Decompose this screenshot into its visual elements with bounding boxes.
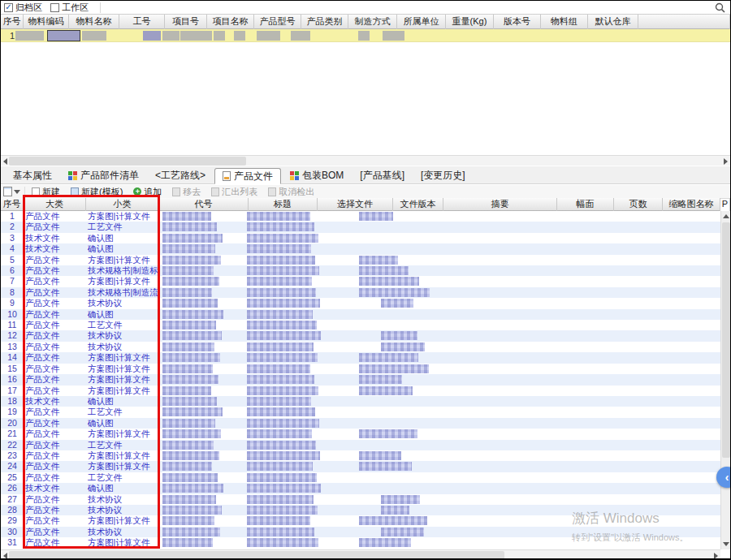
column-header[interactable]: 小类 <box>86 198 159 211</box>
table-row[interactable]: 3技术文件确认图 <box>1 233 720 243</box>
minor-class-cell: 工艺文件 <box>86 222 159 232</box>
table-row[interactable]: 10产品文件确认图 <box>1 309 720 320</box>
column-header[interactable]: 缩略图名称 <box>663 198 720 211</box>
table-row[interactable]: 28产品文件技术协议 <box>1 505 720 515</box>
toolbar-button-3[interactable]: +追加 <box>129 185 166 198</box>
work-area-checkbox[interactable]: 工作区 <box>50 2 89 14</box>
scroll-up-icon[interactable] <box>723 214 729 218</box>
top-table-horizontal-scrollbar[interactable] <box>1 155 730 166</box>
table-row[interactable]: 7产品文件方案图|计算文件 <box>1 276 720 286</box>
table-row[interactable]: 8产品文件技术规格书|制造流... <box>1 287 720 298</box>
column-header[interactable]: 产品型号 <box>254 15 301 29</box>
work-area-label: 工作区 <box>62 2 89 14</box>
scrollbar-thumb[interactable] <box>722 222 730 458</box>
table-row[interactable]: 1产品文件方案图|计算文件 <box>1 211 720 222</box>
column-header[interactable]: 代号 <box>159 198 249 211</box>
column-header[interactable]: 页数 <box>614 198 663 211</box>
table-row[interactable]: 12产品文件技术协议 <box>1 330 720 341</box>
column-header[interactable]: 制造方式 <box>348 15 397 29</box>
tab-5[interactable]: 包装BOM <box>283 167 351 183</box>
table-row[interactable]: 21产品文件方案图|计算文件 <box>1 429 720 439</box>
column-header[interactable]: 标题 <box>249 198 318 211</box>
table-row[interactable]: 19产品文件工艺文件 <box>1 407 720 417</box>
tab-6[interactable]: [产品基线] <box>353 167 412 183</box>
redacted-cell-value <box>247 321 317 330</box>
column-header[interactable]: 物料组 <box>541 15 588 29</box>
table-row[interactable]: 2产品文件工艺文件 <box>1 222 720 232</box>
view-mode-dropdown[interactable] <box>3 187 20 196</box>
scroll-right-icon[interactable] <box>724 158 728 165</box>
table-row[interactable]: 23产品文件方案图|计算文件 <box>1 450 720 461</box>
column-header[interactable]: 工号 <box>119 15 165 29</box>
files-table-vertical-scrollbar[interactable] <box>720 211 730 549</box>
checkbox-checked-icon[interactable]: ✓ <box>4 3 13 12</box>
row-number: 1 <box>1 211 24 222</box>
scroll-left-icon[interactable] <box>3 158 7 165</box>
redacted-cell-value <box>247 397 311 406</box>
scroll-left-icon[interactable] <box>3 553 7 559</box>
toolbar-button-5: 汇出列表 <box>207 185 262 198</box>
column-header[interactable]: 版本号 <box>494 15 541 29</box>
table-row[interactable]: 17产品文件方案图|计算文件 <box>1 386 720 396</box>
column-header[interactable]: 文件版本 <box>393 198 443 211</box>
column-header[interactable]: 物料编码 <box>24 15 69 29</box>
toolbar-button-1[interactable]: 新建 <box>28 185 64 198</box>
table-row[interactable]: 11产品文件工艺文件 <box>1 320 720 330</box>
tab-1[interactable]: 基本属性 <box>6 167 59 183</box>
column-header[interactable]: 项目名称 <box>207 15 254 29</box>
table-row[interactable]: 5产品文件方案图|计算文件 <box>1 255 720 265</box>
table-row[interactable]: 24产品文件方案图|计算文件 <box>1 461 720 472</box>
table-row[interactable]: 20产品文件确认图 <box>1 418 720 429</box>
scrollbar-thumb[interactable] <box>9 157 246 166</box>
table-row[interactable]: 31产品文件方案图|计算文件 <box>1 537 720 548</box>
table-row[interactable]: 9产品文件技术协议 <box>1 298 720 308</box>
table-row[interactable]: 18技术文件确认图 <box>1 396 720 407</box>
column-header[interactable]: 摘要 <box>443 198 557 211</box>
column-header[interactable]: 重量(Kg) <box>446 15 494 29</box>
table-row[interactable]: 6产品文件技术规格书|制造标... <box>1 265 720 276</box>
table-row[interactable]: 30产品文件技术协议 <box>1 527 720 537</box>
table-row[interactable]: 13产品文件技术协议 <box>1 342 720 352</box>
column-header[interactable]: 大类 <box>24 198 86 211</box>
redacted-cell-value <box>247 244 311 253</box>
table-row[interactable]: 25产品文件工艺文件 <box>1 472 720 483</box>
redacted-cell-value <box>359 429 417 438</box>
table-row[interactable]: 27产品文件技术协议 <box>1 494 720 505</box>
toolbar-button-2[interactable]: 新建(模板) <box>67 185 127 198</box>
major-class-cell: 产品文件 <box>24 461 86 472</box>
column-header[interactable]: 物料名称 <box>69 15 119 29</box>
redacted-cell-value <box>162 310 223 319</box>
minor-class-cell: 方案图|计算文件 <box>86 386 159 396</box>
redacted-cell-value <box>180 31 212 41</box>
tab-4[interactable]: 产品文件 <box>214 168 281 184</box>
scroll-down-icon[interactable] <box>723 542 729 546</box>
table-row[interactable]: 16产品文件方案图|计算文件 <box>1 374 720 385</box>
tab-3[interactable]: <工艺路线> <box>148 167 213 183</box>
table-row[interactable]: 29产品文件方案图|计算文件 <box>1 515 720 526</box>
tab-7[interactable]: [变更历史] <box>413 167 473 183</box>
redacted-cell-value <box>247 495 314 504</box>
scroll-right-icon[interactable] <box>714 553 718 559</box>
table-row[interactable]: 26技术文件确认图 <box>1 483 720 493</box>
column-header[interactable]: 所属单位 <box>397 15 446 29</box>
column-header[interactable]: 幅面 <box>557 198 614 211</box>
scrollbar-thumb[interactable] <box>9 551 504 560</box>
minor-class-cell: 工艺文件 <box>86 407 159 417</box>
column-header[interactable]: 序号 <box>1 15 24 29</box>
redacted-cell-value <box>381 506 409 515</box>
checkbox-unchecked-icon[interactable] <box>50 3 59 12</box>
files-table-horizontal-scrollbar[interactable] <box>1 549 720 560</box>
column-header[interactable]: 选择文件 <box>318 198 393 211</box>
tab-2[interactable]: 产品部件清单 <box>61 167 146 183</box>
table-row[interactable]: 14产品文件方案图|计算文件 <box>1 352 720 363</box>
table-row[interactable]: 15产品文件方案图|计算文件 <box>1 364 720 374</box>
column-header[interactable]: 产品类别 <box>301 15 348 29</box>
column-header[interactable]: 默认仓库 <box>588 15 638 29</box>
archive-area-checkbox[interactable]: ✓ 归档区 <box>4 2 42 14</box>
table-row[interactable]: 22产品文件工艺文件 <box>1 440 720 450</box>
material-table-row-selected[interactable]: 1 <box>1 29 730 42</box>
table-row[interactable]: 4技术文件确认图 <box>1 243 720 254</box>
column-header[interactable]: 序号 <box>1 198 24 211</box>
column-header[interactable]: 项目号 <box>165 15 207 29</box>
search-icon[interactable] <box>715 2 725 13</box>
